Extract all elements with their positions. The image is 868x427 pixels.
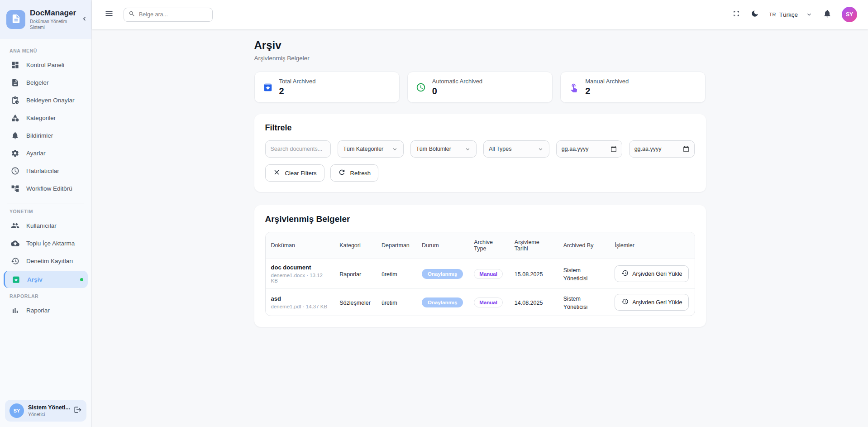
start-date-value: gg.aa.yyyy — [562, 146, 589, 152]
restore-button-label: Arşivden Geri Yükle — [632, 299, 682, 306]
bar-chart-icon — [11, 306, 19, 315]
cloud-upload-icon — [11, 239, 19, 248]
column-header: İşlemler — [609, 232, 694, 259]
sidebar-item-label: Toplu İçe Aktarma — [26, 240, 75, 247]
sidebar-item-audit-logs[interactable]: Denetim Kayıtları — [0, 252, 91, 270]
document-icon — [11, 14, 21, 26]
hamburger-menu-button[interactable] — [105, 9, 114, 20]
page-subtitle: Arşivlenmiş Belgeler — [254, 55, 706, 62]
sidebar-item-label: Arşiv — [27, 276, 43, 283]
moon-icon — [751, 10, 759, 19]
sidebar-collapse-button[interactable] — [81, 15, 88, 24]
end-date-value: gg.aa.yyyy — [634, 146, 662, 152]
category-icon — [11, 114, 19, 122]
sidebar-header: DocManager Doküman Yönetim Sistemi — [0, 0, 91, 39]
restore-from-archive-button[interactable]: Arşivden Geri Yükle — [615, 265, 689, 282]
archive-type-badge: Manual — [474, 269, 503, 279]
stat-value: 2 — [279, 86, 316, 96]
stat-text: Total Archived 2 — [279, 78, 316, 96]
stat-label: Total Archived — [279, 78, 316, 85]
sidebar-item-label: Belgeler — [26, 79, 49, 86]
sidebar-item-reports[interactable]: Raporlar — [0, 302, 91, 319]
sidebar-item-label: Workflow Editörü — [26, 185, 72, 192]
refresh-icon — [338, 168, 346, 178]
document-name: doc document — [271, 264, 329, 271]
touch-icon — [569, 82, 579, 92]
type-select-value: All Types — [489, 146, 512, 152]
sidebar-item-reminders[interactable]: Hatırlatıcılar — [0, 162, 91, 180]
fullscreen-icon — [732, 9, 741, 20]
hamburger-icon — [105, 9, 114, 20]
stat-card-total-archived: Total Archived 2 — [254, 72, 400, 103]
sidebar-item-users[interactable]: Kullanıcılar — [0, 217, 91, 235]
document-category: Raporlar — [339, 271, 361, 278]
column-header: Arşivleme Tarihi — [509, 232, 558, 259]
close-icon — [273, 168, 281, 178]
sidebar-item-settings[interactable]: Ayarlar — [0, 144, 91, 162]
sidebar-item-notifications[interactable]: Bildirimler — [0, 127, 91, 144]
sidebar-item-label: Denetim Kayıtları — [26, 258, 73, 264]
sidebar: DocManager Doküman Yönetim Sistemi ANA M… — [0, 0, 92, 427]
sidebar-item-label: Bildirimler — [26, 132, 53, 139]
logout-button[interactable] — [74, 406, 82, 416]
clear-filters-button[interactable]: Clear Filters — [265, 164, 324, 182]
sidebar-user-card[interactable]: SY Sistem Yöneti... Yönetici — [5, 400, 86, 422]
language-label: Türkçe — [779, 11, 798, 18]
archive-icon — [12, 275, 20, 284]
archived-by: Sistem Yöneticisi — [563, 267, 588, 282]
sidebar-item-dashboard[interactable]: Kontrol Paneli — [0, 56, 91, 74]
column-header: Archived By — [558, 232, 609, 259]
chevron-down-icon — [464, 146, 471, 153]
stat-card-manual-archived: Manual Archived 2 — [560, 72, 706, 103]
sidebar-item-archive[interactable]: Arşiv — [4, 271, 88, 288]
app-subtitle: Doküman Yönetim Sistemi — [30, 19, 72, 30]
sidebar-item-label: Raporlar — [26, 307, 50, 314]
main-area: TR Türkçe SY Arşiv Arşivlenmiş Belgeler — [92, 0, 868, 427]
document-department: üretim — [382, 300, 397, 306]
archive-date: 14.08.2025 — [515, 300, 543, 306]
sidebar-item-categories[interactable]: Kategoriler — [0, 109, 91, 127]
department-select[interactable]: Tüm Bölümler — [410, 140, 477, 158]
sidebar-item-workflow-editor[interactable]: Workflow Editörü — [0, 180, 91, 197]
notifications-button[interactable] — [823, 9, 832, 20]
app-root: DocManager Doküman Yönetim Sistemi ANA M… — [0, 0, 868, 427]
stat-text: Manual Archived 2 — [585, 78, 629, 96]
sidebar-item-bulk-import[interactable]: Toplu İçe Aktarma — [0, 235, 91, 252]
stats-row: Total Archived 2 Automatic Archived 0 — [254, 72, 706, 103]
sidebar-item-pending-approvals[interactable]: Bekleyen Onaylar — [0, 91, 91, 109]
filter-panel: Filtrele Tüm Kategoriler Tüm Bölümler — [254, 114, 706, 192]
sidebar-item-label: Ayarlar — [26, 150, 46, 157]
global-search-box[interactable] — [124, 8, 213, 22]
dark-mode-toggle[interactable] — [751, 10, 759, 19]
restore-from-archive-button[interactable]: Arşivden Geri Yükle — [615, 294, 689, 311]
end-date-input[interactable]: gg.aa.yyyy — [629, 140, 695, 158]
table-title: Arşivlenmiş Belgeler — [265, 214, 695, 224]
sidebar-item-label: Bekleyen Onaylar — [26, 97, 75, 104]
filter-actions: Clear Filters Refresh — [265, 164, 695, 182]
sidebar-item-documents[interactable]: Belgeler — [0, 74, 91, 91]
column-header: Kategori — [334, 232, 376, 259]
stat-card-automatic-archived: Automatic Archived 0 — [407, 72, 553, 103]
refresh-button[interactable]: Refresh — [330, 164, 379, 182]
document-search-field[interactable] — [265, 140, 331, 158]
type-select[interactable]: All Types — [483, 140, 549, 158]
profile-avatar[interactable]: SY — [842, 7, 857, 22]
category-select[interactable]: Tüm Kategoriler — [338, 140, 404, 158]
category-select-value: Tüm Kategoriler — [343, 146, 383, 152]
language-switcher[interactable]: TR Türkçe — [769, 11, 813, 18]
document-search-input[interactable] — [271, 146, 326, 152]
fullscreen-button[interactable] — [732, 9, 741, 20]
document-file-info: deneme1.docx · 13.12 KB — [271, 273, 329, 283]
table-row: doc document deneme1.docx · 13.12 KB Rap… — [266, 259, 695, 289]
global-search-input[interactable] — [139, 11, 208, 18]
clear-filters-label: Clear Filters — [285, 170, 317, 177]
filter-title: Filtrele — [265, 123, 695, 133]
document-category: Sözleşmeler — [339, 300, 371, 306]
column-header: Doküman — [266, 232, 334, 259]
calendar-icon — [610, 146, 617, 152]
user-info: Sistem Yöneti... Yönetici — [28, 404, 70, 417]
app-identity: DocManager Doküman Yönetim Sistemi — [30, 9, 76, 31]
clock-icon — [11, 167, 19, 175]
sidebar-item-label: Hatırlatıcılar — [26, 168, 59, 174]
start-date-input[interactable]: gg.aa.yyyy — [556, 140, 622, 158]
